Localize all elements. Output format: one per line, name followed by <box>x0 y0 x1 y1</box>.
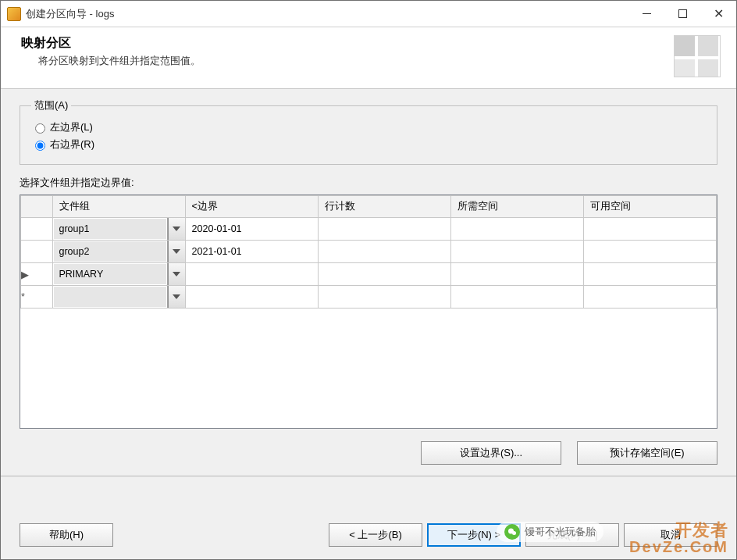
row-handle[interactable] <box>21 218 53 241</box>
rowcount-cell <box>318 241 450 263</box>
wizard-header: 映射分区 将分区映射到文件组并指定范围值。 <box>1 27 736 89</box>
wizard-footer: 帮助(H) < 上一步(B) 下一步(N) > 完成(F) >>| 取消 <box>1 514 736 559</box>
window-title: 创建分区向导 - logs <box>26 7 628 21</box>
filegroup-value[interactable]: group1 <box>53 218 168 240</box>
range-left-label: 左边界(L) <box>50 120 93 134</box>
col-header-boundary[interactable]: <边界 <box>185 196 318 218</box>
boundary-cell[interactable]: 2021-01-01 <box>185 241 318 263</box>
required-space-cell <box>450 218 583 241</box>
range-right-row[interactable]: 右边界(R) <box>31 137 706 152</box>
col-header-available[interactable]: 可用空间 <box>583 196 716 218</box>
grid-label: 选择文件组并指定边界值: <box>20 176 717 190</box>
chevron-down-icon <box>173 294 180 299</box>
boundary-cell[interactable] <box>185 286 318 309</box>
range-legend: 范围(A) <box>31 98 71 112</box>
range-right-label: 右边界(R) <box>50 137 94 152</box>
col-header-rowcount[interactable]: 行计数 <box>318 196 450 218</box>
table-row[interactable]: ▶PRIMARY <box>21 263 717 286</box>
available-space-cell <box>583 218 716 241</box>
filegroup-value[interactable]: PRIMARY <box>53 263 168 285</box>
available-space-cell <box>583 286 716 309</box>
minimize-button[interactable] <box>628 2 664 27</box>
filegroup-dropdown[interactable] <box>168 263 185 285</box>
boundary-cell[interactable] <box>185 263 318 286</box>
close-button[interactable]: ✕ <box>700 2 736 27</box>
required-space-cell <box>450 286 583 309</box>
row-handle[interactable] <box>21 241 53 263</box>
filegroup-cell[interactable] <box>52 286 185 309</box>
rowcount-cell <box>318 218 450 241</box>
next-button[interactable]: 下一步(N) > <box>427 523 521 547</box>
back-button[interactable]: < 上一步(B) <box>329 523 422 547</box>
range-left-row[interactable]: 左边界(L) <box>31 120 706 134</box>
footer-divider <box>1 476 736 476</box>
rowcount-cell <box>318 286 450 309</box>
wizard-header-text: 映射分区 将分区映射到文件组并指定范围值。 <box>21 35 664 68</box>
filegroup-cell[interactable]: PRIMARY <box>52 263 185 286</box>
page-title: 映射分区 <box>21 35 664 52</box>
chevron-down-icon <box>173 226 180 231</box>
cancel-button[interactable]: 取消 <box>624 523 717 547</box>
maximize-icon <box>678 9 687 18</box>
required-space-cell <box>450 241 583 263</box>
app-icon <box>7 7 21 21</box>
col-header-filegroup[interactable]: 文件组 <box>52 196 185 218</box>
grid-action-row: 设置边界(S)... 预计存储空间(E) <box>20 429 717 476</box>
chevron-down-icon <box>173 272 180 276</box>
range-groupbox: 范围(A) 左边界(L) 右边界(R) <box>20 98 717 165</box>
available-space-cell <box>583 241 716 263</box>
partition-cube-icon <box>674 35 721 77</box>
filegroup-grid[interactable]: 文件组 <边界 行计数 所需空间 可用空间 group12020-01-01gr… <box>20 194 717 429</box>
row-handle[interactable]: ▶ <box>21 263 53 286</box>
filegroup-cell[interactable]: group2 <box>52 241 185 263</box>
filegroup-cell[interactable]: group1 <box>52 218 185 241</box>
range-right-radio[interactable] <box>35 141 45 151</box>
table-row[interactable]: group12020-01-01 <box>21 218 717 241</box>
table-row[interactable]: group22021-01-01 <box>21 241 717 263</box>
required-space-cell <box>450 263 583 286</box>
estimate-storage-button[interactable]: 预计存储空间(E) <box>577 441 717 465</box>
col-header-required[interactable]: 所需空间 <box>450 196 583 218</box>
help-button[interactable]: 帮助(H) <box>20 523 113 547</box>
maximize-button[interactable] <box>664 2 700 27</box>
chevron-down-icon <box>173 249 180 254</box>
finish-button: 完成(F) >>| <box>525 523 619 547</box>
page-subtitle: 将分区映射到文件组并指定范围值。 <box>21 55 664 68</box>
set-boundaries-button[interactable]: 设置边界(S)... <box>421 441 561 465</box>
minimize-icon <box>643 13 651 14</box>
titlebar: 创建分区向导 - logs ✕ <box>1 1 736 27</box>
filegroup-dropdown[interactable] <box>168 218 185 240</box>
row-handle[interactable]: * <box>21 286 53 309</box>
table-header-row: 文件组 <边界 行计数 所需空间 可用空间 <box>21 196 717 218</box>
col-header-handle[interactable] <box>21 196 53 218</box>
wizard-body: 范围(A) 左边界(L) 右边界(R) 选择文件组并指定边界值: <box>1 89 736 514</box>
close-icon: ✕ <box>714 8 724 20</box>
filegroup-table: 文件组 <边界 行计数 所需空间 可用空间 group12020-01-01gr… <box>20 195 717 309</box>
boundary-cell[interactable]: 2020-01-01 <box>185 218 318 241</box>
filegroup-value[interactable] <box>53 286 168 308</box>
table-row[interactable]: * <box>21 286 717 309</box>
available-space-cell <box>583 263 716 286</box>
wizard-window: 创建分区向导 - logs ✕ 映射分区 将分区映射到文件组并指定范围值。 范围… <box>0 0 737 560</box>
rowcount-cell <box>318 263 450 286</box>
filegroup-dropdown[interactable] <box>168 286 185 308</box>
filegroup-dropdown[interactable] <box>168 241 185 262</box>
filegroup-value[interactable]: group2 <box>53 241 168 262</box>
range-left-radio[interactable] <box>35 123 45 134</box>
